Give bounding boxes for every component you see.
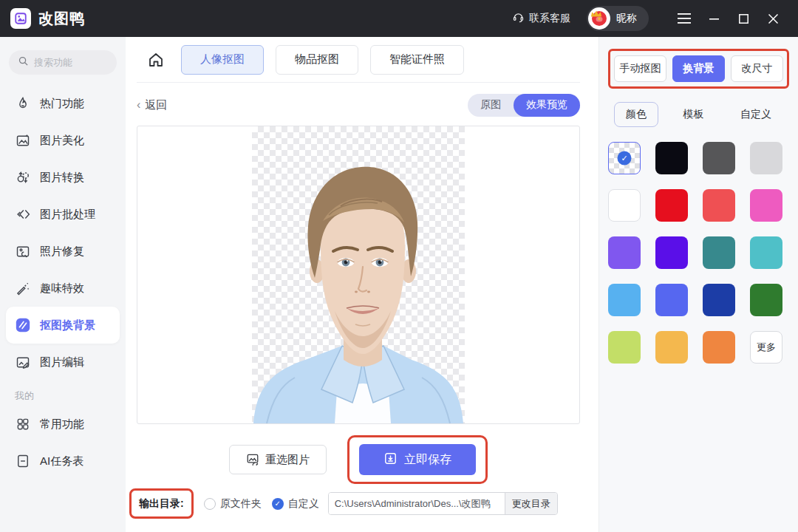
save-now-label: 立即保存 — [404, 452, 451, 468]
nickname-label: 昵称 — [616, 12, 637, 25]
user-account-button[interactable]: 昵称 — [587, 6, 649, 31]
sidebar-item-common[interactable]: 常用功能 — [6, 406, 120, 443]
image-reload-icon — [246, 452, 259, 468]
search-input[interactable] — [34, 57, 108, 68]
toggle-original[interactable]: 原图 — [468, 94, 514, 117]
sidebar-section-mine: 我的 — [15, 389, 126, 403]
preview-card — [137, 126, 580, 424]
check-icon: ✓ — [618, 151, 632, 166]
sidebar-item-convert[interactable]: 图片转换 — [6, 159, 120, 196]
menu-icon[interactable] — [669, 6, 699, 31]
sidebar-item-repair[interactable]: 照片修复 — [6, 233, 120, 270]
feature-tabbar: 人像抠图 物品抠图 智能证件照 — [137, 37, 580, 83]
cutout-icon — [15, 317, 31, 333]
sidebar-item-label: 图片编辑 — [40, 355, 84, 369]
sidebar-item-label: 抠图换背景 — [40, 318, 95, 332]
sidebar-item-label: 图片批处理 — [40, 208, 95, 222]
color-swatch[interactable] — [703, 142, 735, 174]
sidebar-item-beautify[interactable]: 图片美化 — [6, 122, 120, 159]
tab-custom[interactable]: 自定义 — [729, 102, 783, 127]
actions-row: 重选图片 立即保存 — [137, 435, 580, 484]
color-swatch[interactable] — [608, 236, 641, 269]
headset-icon — [512, 11, 525, 26]
manual-cutout-button[interactable]: 手动抠图 — [614, 55, 666, 82]
sidebar-item-batch[interactable]: 图片批处理 — [6, 196, 120, 233]
flame-icon — [15, 95, 31, 112]
sidebar-item-label: 趣味特效 — [40, 282, 84, 296]
magic-wand-icon — [15, 280, 31, 296]
color-swatch[interactable] — [750, 142, 782, 174]
change-background-button[interactable]: 换背景 — [672, 55, 725, 82]
sidebar-item-label: AI任务表 — [40, 454, 83, 468]
main-content: 人像抠图 物品抠图 智能证件照 ‹ 返回 原图 效果预览 — [126, 37, 598, 532]
crown-icon — [590, 10, 602, 18]
color-swatch[interactable] — [608, 189, 641, 222]
preview-toolbar: ‹ 返回 原图 效果预览 — [137, 93, 580, 117]
color-swatch[interactable] — [750, 189, 782, 222]
color-swatch[interactable] — [655, 142, 688, 174]
tab-color[interactable]: 颜色 — [614, 102, 658, 127]
sidebar-item-label: 图片美化 — [40, 134, 84, 148]
reselect-image-button[interactable]: 重选图片 — [229, 445, 327, 474]
photo-repair-icon — [15, 243, 31, 259]
view-toggle: 原图 效果预览 — [468, 94, 580, 117]
convert-icon — [15, 169, 31, 185]
titlebar: 改图鸭 联系客服 昵称 — [0, 0, 798, 37]
tab-portrait-cutout[interactable]: 人像抠图 — [181, 45, 264, 75]
color-swatch[interactable] — [703, 331, 735, 364]
directory-path-input[interactable] — [329, 493, 505, 514]
color-swatch[interactable] — [703, 189, 735, 222]
color-swatch[interactable] — [608, 331, 641, 364]
color-swatch[interactable] — [655, 331, 688, 364]
radio-original-folder[interactable]: 原文件夹 — [204, 497, 262, 511]
color-swatch[interactable] — [655, 284, 688, 316]
tab-object-cutout[interactable]: 物品抠图 — [276, 45, 358, 75]
sidebar-item-edit[interactable]: 图片编辑 — [6, 344, 120, 381]
radio-original-folder-label: 原文件夹 — [220, 497, 262, 511]
color-swatch[interactable] — [750, 236, 782, 269]
sidebar-item-cutout[interactable]: 抠图换背景 — [6, 307, 120, 344]
color-swatch[interactable] — [703, 284, 735, 316]
tab-id-photo[interactable]: 智能证件照 — [370, 45, 464, 75]
search-box[interactable] — [9, 50, 117, 75]
app-title: 改图鸭 — [38, 9, 85, 29]
color-swatch[interactable] — [750, 284, 782, 316]
sidebar-item-effects[interactable]: 趣味特效 — [6, 270, 120, 307]
change-directory-button[interactable]: 更改目录 — [505, 493, 557, 514]
close-button[interactable] — [758, 6, 788, 31]
sidebar-item-label: 照片修复 — [40, 245, 84, 259]
right-panel: 手动抠图 换背景 改尺寸 颜色 模板 自定义 ✓更多 — [598, 37, 798, 532]
toggle-preview[interactable]: 效果预览 — [514, 94, 580, 117]
more-colors-button[interactable]: 更多 — [750, 331, 782, 364]
image-edit-icon — [15, 354, 31, 370]
color-swatch-transparent[interactable]: ✓ — [608, 142, 641, 174]
directory-group: 更改目录 — [328, 492, 558, 515]
reselect-image-label: 重选图片 — [265, 453, 310, 467]
output-directory-row: 输出目录: 原文件夹 ✓ 自定义 更改目录 — [137, 488, 580, 519]
app-logo: 改图鸭 — [10, 8, 85, 29]
save-now-button[interactable]: 立即保存 — [359, 444, 476, 475]
color-swatch[interactable] — [655, 189, 688, 222]
sidebar-item-ai-tasks[interactable]: AI任务表 — [6, 443, 120, 480]
color-swatch[interactable] — [703, 236, 735, 269]
batch-icon — [15, 206, 31, 222]
radio-custom-label: 自定义 — [288, 497, 319, 511]
radio-custom[interactable]: ✓ 自定义 — [272, 497, 319, 511]
background-tabs: 颜色 模板 自定义 — [608, 102, 789, 127]
annotation-save: 立即保存 — [347, 435, 488, 484]
image-sparkle-icon — [15, 132, 31, 149]
home-icon[interactable] — [143, 47, 169, 73]
color-swatch[interactable] — [608, 284, 641, 316]
output-directory-label: 输出目录: — [139, 497, 184, 509]
color-swatch[interactable] — [655, 236, 688, 269]
tab-template[interactable]: 模板 — [672, 102, 716, 127]
minimize-button[interactable] — [699, 6, 729, 31]
radio-checked-icon: ✓ — [272, 498, 284, 510]
sidebar-item-hot[interactable]: 热门功能 — [6, 85, 120, 122]
maximize-button[interactable] — [729, 6, 758, 31]
back-button[interactable]: ‹ 返回 — [137, 98, 167, 112]
resize-button[interactable]: 改尺寸 — [731, 55, 783, 82]
task-list-icon — [15, 453, 31, 469]
avatar — [588, 7, 610, 30]
contact-support-button[interactable]: 联系客服 — [512, 11, 570, 26]
